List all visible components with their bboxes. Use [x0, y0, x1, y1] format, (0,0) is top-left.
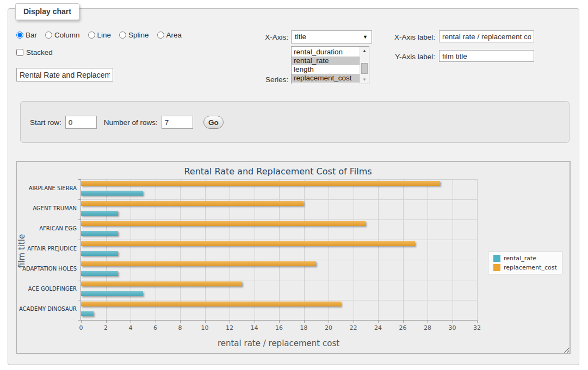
- x-axis-field-label: X-Axis:: [228, 33, 288, 41]
- display-chart-legend: Display chart: [15, 3, 79, 20]
- x-axis-select[interactable]: title ▼: [291, 30, 372, 43]
- x-axis-tick-label: 30: [449, 324, 456, 331]
- x-axis-tick: [378, 320, 379, 323]
- bar-replacement_cost: [81, 302, 341, 306]
- x-axis-tick-label: 0: [79, 324, 83, 331]
- chart-type-option-line[interactable]: Line: [88, 31, 112, 39]
- grid-line-vertical: [477, 179, 478, 320]
- x-axis-tick: [230, 320, 230, 323]
- x-axis-tick-label: 8: [178, 324, 182, 331]
- chart-type-radio-area[interactable]: [157, 32, 164, 39]
- bar-replacement_cost: [81, 281, 242, 286]
- series-option-length[interactable]: length: [292, 65, 360, 74]
- x-axis-tick-label: 2: [104, 324, 108, 331]
- display-chart-legend-text: Display chart: [23, 7, 71, 16]
- category-band-ace-goldfinger: [81, 280, 477, 300]
- chart-title-input[interactable]: [16, 68, 113, 81]
- legend-label: replacement_cost: [504, 264, 557, 271]
- scroll-up-icon[interactable]: ▲: [360, 47, 369, 55]
- scroll-down-icon[interactable]: ▼: [360, 76, 369, 84]
- category-band-airplane-sierra: [81, 179, 477, 199]
- x-axis-tick-label: 24: [374, 324, 382, 331]
- x-axis-tick: [453, 320, 453, 323]
- chart-type-radio-line[interactable]: [88, 32, 95, 39]
- series-multiselect[interactable]: rental_durationrental_ratelengthreplacem…: [291, 46, 369, 84]
- x-axis-tick-label: 28: [424, 324, 431, 331]
- chart-type-radio-group: BarColumnLineSplineArea: [16, 31, 182, 39]
- series-field-label: Series:: [228, 76, 288, 84]
- x-axis-tick: [255, 320, 255, 323]
- chart-plot-area: 02468101214161820222426283032AIRPLANE SI…: [81, 179, 477, 321]
- chart-type-radio-bar[interactable]: [16, 32, 23, 39]
- x-axis-tick: [403, 320, 404, 323]
- series-option-rental_rate[interactable]: rental_rate: [292, 57, 360, 65]
- chart-type-option-column[interactable]: Column: [45, 31, 80, 39]
- x-axis-tick: [428, 320, 428, 323]
- x-axis-tick: [329, 320, 329, 323]
- resize-handle[interactable]: [562, 346, 569, 353]
- start-row-input[interactable]: [65, 116, 97, 129]
- x-axis-tick-label: 14: [251, 324, 258, 331]
- category-label: ACADEMY DINOSAUR: [11, 306, 77, 312]
- stacked-checkbox-row[interactable]: Stacked: [16, 48, 53, 57]
- chart-legend: rental_ratereplacement_cost: [488, 252, 562, 274]
- series-option-rental_duration[interactable]: rental_duration: [292, 48, 360, 57]
- stacked-label: Stacked: [26, 48, 53, 57]
- legend-swatch-replacement_cost: [493, 264, 500, 271]
- x-axis-tick-label: 22: [350, 324, 357, 331]
- x-axis-tick-label: 26: [399, 324, 407, 331]
- bar-replacement_cost: [81, 261, 316, 266]
- bar-replacement_cost: [81, 241, 415, 246]
- x-axis-label-field-label: X-Axis label:: [371, 33, 435, 41]
- dropdown-arrow-icon: ▼: [363, 31, 368, 43]
- category-band-academy-dinosaur: [81, 300, 477, 320]
- x-axis-tick-label: 32: [473, 324, 481, 331]
- x-axis-selected-value: title: [295, 33, 306, 41]
- series-option-replacement_cost[interactable]: replacement_cost: [292, 74, 360, 83]
- bar-rental_rate: [81, 311, 94, 316]
- bar-rental_rate: [81, 211, 118, 216]
- scrollbar-thumb[interactable]: [361, 63, 368, 74]
- chart-type-option-spline[interactable]: Spline: [119, 31, 149, 39]
- x-axis-tick: [131, 320, 131, 323]
- chart-type-radio-spline[interactable]: [119, 32, 126, 39]
- series-options: rental_durationrental_ratelengthreplacem…: [292, 48, 360, 83]
- x-axis-tick: [205, 320, 206, 323]
- category-label: AIRPLANE SIERRA: [11, 185, 77, 191]
- row-range-form: Start row: Number of rows: Go: [30, 116, 224, 129]
- legend-item-rental_rate[interactable]: rental_rate: [493, 255, 557, 262]
- chart-type-radio-column[interactable]: [45, 32, 52, 39]
- category-band-african-egg: [81, 220, 477, 240]
- x-axis-tick-label: 10: [201, 324, 209, 331]
- bar-rental_rate: [81, 231, 118, 236]
- scrollbar[interactable]: ▲ ▼: [360, 47, 369, 84]
- x-axis-tick: [180, 320, 181, 323]
- x-axis-label-input[interactable]: [439, 30, 534, 42]
- legend-item-replacement_cost[interactable]: replacement_cost: [493, 264, 557, 271]
- chart-type-option-label: Column: [54, 31, 80, 39]
- number-of-rows-input[interactable]: [162, 116, 193, 129]
- chart-type-option-label: Line: [97, 31, 112, 39]
- x-axis-tick: [304, 320, 305, 323]
- x-axis-tick: [106, 320, 107, 323]
- bar-rental_rate: [81, 251, 118, 256]
- chart-x-axis-title: rental rate / replacement cost: [81, 338, 476, 348]
- chart-container: Rental Rate and Replacement Cost of Film…: [16, 161, 571, 354]
- y-axis-label-input[interactable]: [439, 50, 534, 62]
- x-axis-tick: [81, 320, 82, 323]
- bar-rental_rate: [81, 271, 118, 276]
- start-row-label: Start row:: [30, 118, 61, 127]
- chart-type-option-label: Bar: [26, 31, 37, 39]
- x-axis-tick-label: 20: [325, 324, 332, 331]
- y-axis-label-field-label: Y-Axis label:: [371, 53, 435, 61]
- x-axis-tick-label: 16: [275, 324, 283, 331]
- legend-swatch-rental_rate: [493, 255, 500, 262]
- x-axis-tick-label: 12: [226, 324, 233, 331]
- stacked-checkbox[interactable]: [16, 49, 23, 56]
- chart-type-option-area[interactable]: Area: [157, 31, 182, 39]
- page: { "page": { "tab_title": "Display chart"…: [0, 0, 588, 370]
- go-button[interactable]: Go: [203, 116, 224, 129]
- category-band-agent-truman: [81, 199, 477, 220]
- x-axis-tick: [156, 320, 156, 323]
- chart-type-option-bar[interactable]: Bar: [16, 31, 37, 39]
